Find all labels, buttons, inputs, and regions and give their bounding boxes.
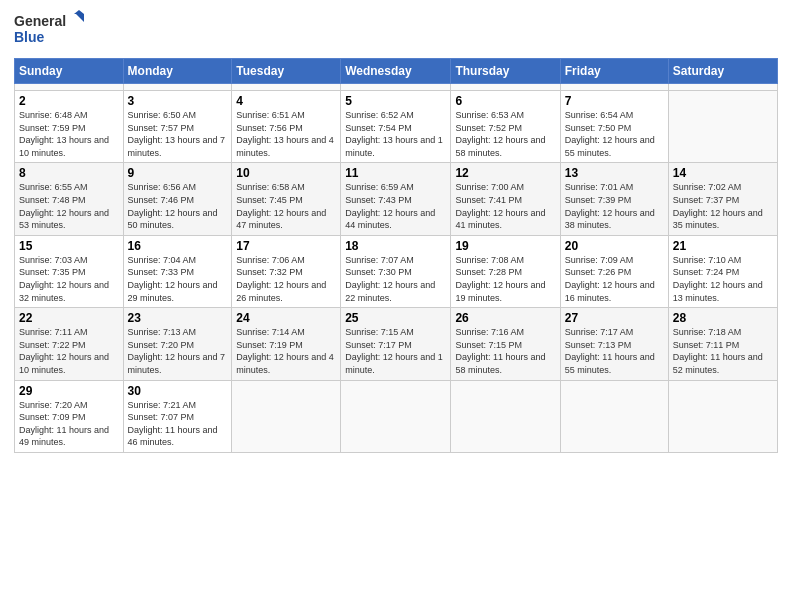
calendar-cell: 27Sunrise: 7:17 AMSunset: 7:13 PMDayligh… — [560, 308, 668, 380]
calendar-cell: 16Sunrise: 7:04 AMSunset: 7:33 PMDayligh… — [123, 235, 232, 307]
calendar-body: 2Sunrise: 6:48 AMSunset: 7:59 PMDaylight… — [15, 84, 778, 453]
svg-marker-2 — [74, 10, 84, 14]
header-cell-saturday: Saturday — [668, 59, 777, 84]
day-detail: Sunrise: 6:55 AMSunset: 7:48 PMDaylight:… — [19, 182, 109, 230]
calendar-cell: 20Sunrise: 7:09 AMSunset: 7:26 PMDayligh… — [560, 235, 668, 307]
calendar-cell: 30Sunrise: 7:21 AMSunset: 7:07 PMDayligh… — [123, 380, 232, 452]
day-number: 17 — [236, 239, 336, 253]
calendar-cell: 24Sunrise: 7:14 AMSunset: 7:19 PMDayligh… — [232, 308, 341, 380]
calendar-cell — [341, 380, 451, 452]
svg-text:Blue: Blue — [14, 29, 45, 45]
header-cell-monday: Monday — [123, 59, 232, 84]
calendar-cell — [123, 84, 232, 91]
day-detail: Sunrise: 7:07 AMSunset: 7:30 PMDaylight:… — [345, 255, 435, 303]
day-detail: Sunrise: 7:21 AMSunset: 7:07 PMDaylight:… — [128, 400, 218, 448]
day-detail: Sunrise: 6:51 AMSunset: 7:56 PMDaylight:… — [236, 110, 334, 158]
calendar-week-0 — [15, 84, 778, 91]
header-cell-wednesday: Wednesday — [341, 59, 451, 84]
calendar-cell: 29Sunrise: 7:20 AMSunset: 7:09 PMDayligh… — [15, 380, 124, 452]
day-number: 16 — [128, 239, 228, 253]
svg-marker-3 — [76, 14, 84, 22]
calendar-cell: 21Sunrise: 7:10 AMSunset: 7:24 PMDayligh… — [668, 235, 777, 307]
calendar-cell: 10Sunrise: 6:58 AMSunset: 7:45 PMDayligh… — [232, 163, 341, 235]
day-number: 14 — [673, 166, 773, 180]
calendar-cell: 11Sunrise: 6:59 AMSunset: 7:43 PMDayligh… — [341, 163, 451, 235]
header-cell-tuesday: Tuesday — [232, 59, 341, 84]
calendar-cell: 13Sunrise: 7:01 AMSunset: 7:39 PMDayligh… — [560, 163, 668, 235]
day-detail: Sunrise: 7:11 AMSunset: 7:22 PMDaylight:… — [19, 327, 109, 375]
header-cell-sunday: Sunday — [15, 59, 124, 84]
calendar-cell: 2Sunrise: 6:48 AMSunset: 7:59 PMDaylight… — [15, 91, 124, 163]
calendar-cell: 28Sunrise: 7:18 AMSunset: 7:11 PMDayligh… — [668, 308, 777, 380]
day-detail: Sunrise: 6:50 AMSunset: 7:57 PMDaylight:… — [128, 110, 226, 158]
day-number: 12 — [455, 166, 555, 180]
day-number: 23 — [128, 311, 228, 325]
day-detail: Sunrise: 7:13 AMSunset: 7:20 PMDaylight:… — [128, 327, 226, 375]
calendar-cell — [560, 84, 668, 91]
day-number: 2 — [19, 94, 119, 108]
day-detail: Sunrise: 6:52 AMSunset: 7:54 PMDaylight:… — [345, 110, 443, 158]
day-detail: Sunrise: 7:01 AMSunset: 7:39 PMDaylight:… — [565, 182, 655, 230]
calendar-cell — [668, 380, 777, 452]
calendar-cell — [668, 91, 777, 163]
calendar-week-3: 15Sunrise: 7:03 AMSunset: 7:35 PMDayligh… — [15, 235, 778, 307]
logo: General Blue — [14, 10, 84, 50]
logo-svg: General Blue — [14, 10, 84, 50]
day-number: 3 — [128, 94, 228, 108]
calendar-cell — [668, 84, 777, 91]
day-number: 13 — [565, 166, 664, 180]
day-number: 6 — [455, 94, 555, 108]
day-number: 19 — [455, 239, 555, 253]
day-detail: Sunrise: 7:06 AMSunset: 7:32 PMDaylight:… — [236, 255, 326, 303]
header: General Blue — [14, 10, 778, 50]
calendar-cell — [451, 380, 560, 452]
day-detail: Sunrise: 7:10 AMSunset: 7:24 PMDaylight:… — [673, 255, 763, 303]
day-number: 20 — [565, 239, 664, 253]
day-detail: Sunrise: 7:14 AMSunset: 7:19 PMDaylight:… — [236, 327, 334, 375]
calendar-cell: 18Sunrise: 7:07 AMSunset: 7:30 PMDayligh… — [341, 235, 451, 307]
day-detail: Sunrise: 7:04 AMSunset: 7:33 PMDaylight:… — [128, 255, 218, 303]
day-number: 27 — [565, 311, 664, 325]
day-detail: Sunrise: 6:58 AMSunset: 7:45 PMDaylight:… — [236, 182, 326, 230]
day-detail: Sunrise: 7:16 AMSunset: 7:15 PMDaylight:… — [455, 327, 545, 375]
day-detail: Sunrise: 6:56 AMSunset: 7:46 PMDaylight:… — [128, 182, 218, 230]
calendar-cell — [15, 84, 124, 91]
day-detail: Sunrise: 7:17 AMSunset: 7:13 PMDaylight:… — [565, 327, 655, 375]
calendar-week-5: 29Sunrise: 7:20 AMSunset: 7:09 PMDayligh… — [15, 380, 778, 452]
day-number: 30 — [128, 384, 228, 398]
calendar-cell: 8Sunrise: 6:55 AMSunset: 7:48 PMDaylight… — [15, 163, 124, 235]
day-number: 11 — [345, 166, 446, 180]
header-cell-friday: Friday — [560, 59, 668, 84]
calendar-cell: 5Sunrise: 6:52 AMSunset: 7:54 PMDaylight… — [341, 91, 451, 163]
day-number: 4 — [236, 94, 336, 108]
page-container: General Blue SundayMondayTuesdayWednesda… — [0, 0, 792, 461]
calendar-cell: 26Sunrise: 7:16 AMSunset: 7:15 PMDayligh… — [451, 308, 560, 380]
day-number: 8 — [19, 166, 119, 180]
calendar-cell: 15Sunrise: 7:03 AMSunset: 7:35 PMDayligh… — [15, 235, 124, 307]
svg-text:General: General — [14, 13, 66, 29]
day-number: 25 — [345, 311, 446, 325]
day-number: 26 — [455, 311, 555, 325]
calendar-cell: 3Sunrise: 6:50 AMSunset: 7:57 PMDaylight… — [123, 91, 232, 163]
calendar-week-2: 8Sunrise: 6:55 AMSunset: 7:48 PMDaylight… — [15, 163, 778, 235]
calendar-cell: 7Sunrise: 6:54 AMSunset: 7:50 PMDaylight… — [560, 91, 668, 163]
day-detail: Sunrise: 7:15 AMSunset: 7:17 PMDaylight:… — [345, 327, 443, 375]
calendar-cell: 25Sunrise: 7:15 AMSunset: 7:17 PMDayligh… — [341, 308, 451, 380]
calendar-cell — [451, 84, 560, 91]
day-number: 24 — [236, 311, 336, 325]
day-number: 5 — [345, 94, 446, 108]
day-number: 18 — [345, 239, 446, 253]
day-detail: Sunrise: 7:09 AMSunset: 7:26 PMDaylight:… — [565, 255, 655, 303]
day-detail: Sunrise: 7:20 AMSunset: 7:09 PMDaylight:… — [19, 400, 109, 448]
calendar-table: SundayMondayTuesdayWednesdayThursdayFrid… — [14, 58, 778, 453]
calendar-week-1: 2Sunrise: 6:48 AMSunset: 7:59 PMDaylight… — [15, 91, 778, 163]
calendar-cell — [232, 380, 341, 452]
calendar-cell: 9Sunrise: 6:56 AMSunset: 7:46 PMDaylight… — [123, 163, 232, 235]
calendar-cell: 19Sunrise: 7:08 AMSunset: 7:28 PMDayligh… — [451, 235, 560, 307]
calendar-cell: 6Sunrise: 6:53 AMSunset: 7:52 PMDaylight… — [451, 91, 560, 163]
day-number: 21 — [673, 239, 773, 253]
calendar-week-4: 22Sunrise: 7:11 AMSunset: 7:22 PMDayligh… — [15, 308, 778, 380]
calendar-cell: 12Sunrise: 7:00 AMSunset: 7:41 PMDayligh… — [451, 163, 560, 235]
calendar-cell — [560, 380, 668, 452]
day-number: 10 — [236, 166, 336, 180]
